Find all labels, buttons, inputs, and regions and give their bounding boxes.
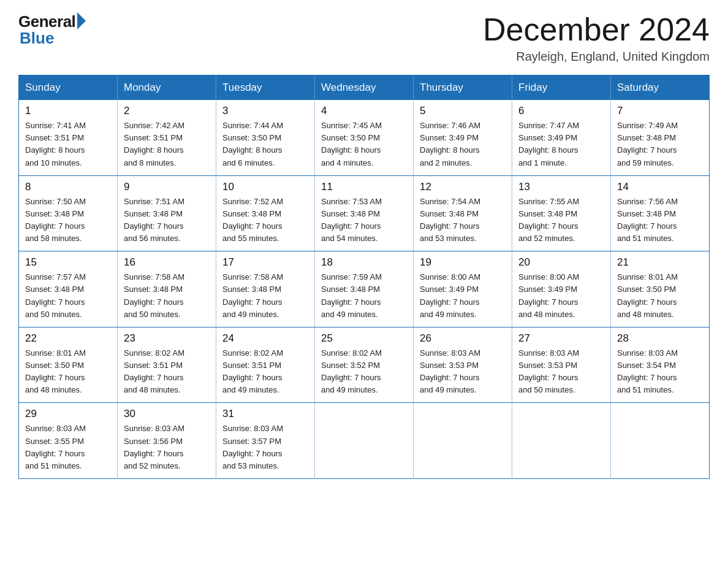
calendar-week-row: 22Sunrise: 8:01 AMSunset: 3:50 PMDayligh… <box>19 327 710 403</box>
calendar-day-cell: 8Sunrise: 7:50 AMSunset: 3:48 PMDaylight… <box>19 175 118 251</box>
calendar-day-cell: 17Sunrise: 7:58 AMSunset: 3:48 PMDayligh… <box>216 251 315 327</box>
calendar-day-cell: 2Sunrise: 7:42 AMSunset: 3:51 PMDaylight… <box>118 100 216 175</box>
day-info: Sunrise: 7:42 AMSunset: 3:51 PMDaylight:… <box>124 120 210 169</box>
day-number: 30 <box>124 408 210 420</box>
calendar-empty-cell <box>512 403 611 479</box>
day-number: 20 <box>518 256 604 269</box>
calendar-day-cell: 4Sunrise: 7:45 AMSunset: 3:50 PMDaylight… <box>315 100 414 175</box>
day-number: 24 <box>222 332 308 345</box>
day-info: Sunrise: 7:45 AMSunset: 3:50 PMDaylight:… <box>321 120 407 169</box>
day-number: 29 <box>25 408 111 420</box>
day-number: 9 <box>124 181 210 193</box>
day-number: 13 <box>518 181 604 193</box>
calendar-week-row: 29Sunrise: 8:03 AMSunset: 3:55 PMDayligh… <box>19 403 710 479</box>
calendar-day-cell: 23Sunrise: 8:02 AMSunset: 3:51 PMDayligh… <box>118 327 216 403</box>
calendar-day-cell: 1Sunrise: 7:41 AMSunset: 3:51 PMDaylight… <box>19 100 118 175</box>
day-info: Sunrise: 8:03 AMSunset: 3:56 PMDaylight:… <box>124 423 210 472</box>
calendar-day-cell: 31Sunrise: 8:03 AMSunset: 3:57 PMDayligh… <box>216 403 315 479</box>
calendar-empty-cell <box>315 403 414 479</box>
title-block: December 2024 Rayleigh, England, United … <box>483 12 710 64</box>
calendar-day-cell: 25Sunrise: 8:02 AMSunset: 3:52 PMDayligh… <box>315 327 414 403</box>
logo-blue-text: Blue <box>20 29 54 48</box>
day-of-week-header: Friday <box>512 75 611 101</box>
month-title: December 2024 <box>483 12 710 47</box>
day-of-week-header: Tuesday <box>216 75 315 101</box>
logo-arrow-icon <box>77 12 86 29</box>
day-info: Sunrise: 8:02 AMSunset: 3:51 PMDaylight:… <box>222 347 308 397</box>
logo: General Blue <box>18 12 86 48</box>
day-of-week-header: Monday <box>118 75 216 101</box>
calendar-day-cell: 12Sunrise: 7:54 AMSunset: 3:48 PMDayligh… <box>414 175 512 251</box>
page-header: General Blue December 2024 Rayleigh, Eng… <box>18 12 710 64</box>
day-info: Sunrise: 7:55 AMSunset: 3:48 PMDaylight:… <box>518 196 604 245</box>
day-number: 8 <box>25 181 111 193</box>
calendar-day-cell: 6Sunrise: 7:47 AMSunset: 3:49 PMDaylight… <box>512 100 611 175</box>
day-number: 6 <box>518 105 604 117</box>
day-number: 3 <box>222 105 308 117</box>
calendar-day-cell: 19Sunrise: 8:00 AMSunset: 3:49 PMDayligh… <box>414 251 512 327</box>
calendar-day-cell: 29Sunrise: 8:03 AMSunset: 3:55 PMDayligh… <box>19 403 118 479</box>
day-info: Sunrise: 8:03 AMSunset: 3:54 PMDaylight:… <box>617 347 703 397</box>
calendar-week-row: 8Sunrise: 7:50 AMSunset: 3:48 PMDaylight… <box>19 175 710 251</box>
day-number: 27 <box>518 332 604 345</box>
day-number: 25 <box>321 332 407 345</box>
day-number: 16 <box>124 256 210 269</box>
day-info: Sunrise: 7:58 AMSunset: 3:48 PMDaylight:… <box>222 271 308 321</box>
day-number: 23 <box>124 332 210 345</box>
day-info: Sunrise: 8:00 AMSunset: 3:49 PMDaylight:… <box>420 271 506 321</box>
day-info: Sunrise: 7:46 AMSunset: 3:49 PMDaylight:… <box>420 120 506 169</box>
calendar-day-cell: 11Sunrise: 7:53 AMSunset: 3:48 PMDayligh… <box>315 175 414 251</box>
calendar-day-cell: 5Sunrise: 7:46 AMSunset: 3:49 PMDaylight… <box>414 100 512 175</box>
day-info: Sunrise: 8:03 AMSunset: 3:57 PMDaylight:… <box>222 423 308 472</box>
day-info: Sunrise: 7:57 AMSunset: 3:48 PMDaylight:… <box>25 271 111 321</box>
calendar-day-cell: 21Sunrise: 8:01 AMSunset: 3:50 PMDayligh… <box>611 251 710 327</box>
day-info: Sunrise: 7:58 AMSunset: 3:48 PMDaylight:… <box>124 271 210 321</box>
day-info: Sunrise: 7:41 AMSunset: 3:51 PMDaylight:… <box>25 120 111 169</box>
day-info: Sunrise: 8:01 AMSunset: 3:50 PMDaylight:… <box>25 347 111 397</box>
day-info: Sunrise: 8:02 AMSunset: 3:51 PMDaylight:… <box>124 347 210 397</box>
day-number: 28 <box>617 332 703 345</box>
day-info: Sunrise: 8:03 AMSunset: 3:55 PMDaylight:… <box>25 423 111 472</box>
day-number: 21 <box>617 256 703 269</box>
day-number: 26 <box>420 332 506 345</box>
day-info: Sunrise: 8:03 AMSunset: 3:53 PMDaylight:… <box>518 347 604 397</box>
calendar-day-cell: 7Sunrise: 7:49 AMSunset: 3:48 PMDaylight… <box>611 100 710 175</box>
day-info: Sunrise: 7:59 AMSunset: 3:48 PMDaylight:… <box>321 271 407 321</box>
day-info: Sunrise: 7:51 AMSunset: 3:48 PMDaylight:… <box>124 196 210 245</box>
location: Rayleigh, England, United Kingdom <box>483 50 710 64</box>
calendar-day-cell: 28Sunrise: 8:03 AMSunset: 3:54 PMDayligh… <box>611 327 710 403</box>
calendar-day-cell: 22Sunrise: 8:01 AMSunset: 3:50 PMDayligh… <box>19 327 118 403</box>
calendar-day-cell: 15Sunrise: 7:57 AMSunset: 3:48 PMDayligh… <box>19 251 118 327</box>
day-of-week-header: Saturday <box>611 75 710 101</box>
calendar-day-cell: 10Sunrise: 7:52 AMSunset: 3:48 PMDayligh… <box>216 175 315 251</box>
day-number: 14 <box>617 181 703 193</box>
day-info: Sunrise: 7:56 AMSunset: 3:48 PMDaylight:… <box>617 196 703 245</box>
calendar-day-cell: 24Sunrise: 8:02 AMSunset: 3:51 PMDayligh… <box>216 327 315 403</box>
day-info: Sunrise: 7:50 AMSunset: 3:48 PMDaylight:… <box>25 196 111 245</box>
day-number: 22 <box>25 332 111 345</box>
day-number: 11 <box>321 181 407 193</box>
calendar-day-cell: 16Sunrise: 7:58 AMSunset: 3:48 PMDayligh… <box>118 251 216 327</box>
calendar-week-row: 15Sunrise: 7:57 AMSunset: 3:48 PMDayligh… <box>19 251 710 327</box>
calendar-day-cell: 9Sunrise: 7:51 AMSunset: 3:48 PMDaylight… <box>118 175 216 251</box>
day-number: 2 <box>124 105 210 117</box>
calendar-day-cell: 30Sunrise: 8:03 AMSunset: 3:56 PMDayligh… <box>118 403 216 479</box>
day-info: Sunrise: 7:44 AMSunset: 3:50 PMDaylight:… <box>222 120 308 169</box>
day-number: 7 <box>617 105 703 117</box>
day-info: Sunrise: 7:49 AMSunset: 3:48 PMDaylight:… <box>617 120 703 169</box>
day-number: 15 <box>25 256 111 269</box>
calendar-day-cell: 18Sunrise: 7:59 AMSunset: 3:48 PMDayligh… <box>315 251 414 327</box>
day-info: Sunrise: 7:52 AMSunset: 3:48 PMDaylight:… <box>222 196 308 245</box>
calendar-empty-cell <box>611 403 710 479</box>
calendar-table: SundayMondayTuesdayWednesdayThursdayFrid… <box>18 75 710 479</box>
day-number: 18 <box>321 256 407 269</box>
day-of-week-header: Sunday <box>19 75 118 101</box>
day-info: Sunrise: 8:02 AMSunset: 3:52 PMDaylight:… <box>321 347 407 397</box>
day-info: Sunrise: 7:47 AMSunset: 3:49 PMDaylight:… <box>518 120 604 169</box>
day-number: 4 <box>321 105 407 117</box>
day-info: Sunrise: 7:53 AMSunset: 3:48 PMDaylight:… <box>321 196 407 245</box>
calendar-day-cell: 13Sunrise: 7:55 AMSunset: 3:48 PMDayligh… <box>512 175 611 251</box>
day-number: 31 <box>222 408 308 420</box>
calendar-day-cell: 20Sunrise: 8:00 AMSunset: 3:49 PMDayligh… <box>512 251 611 327</box>
day-number: 10 <box>222 181 308 193</box>
